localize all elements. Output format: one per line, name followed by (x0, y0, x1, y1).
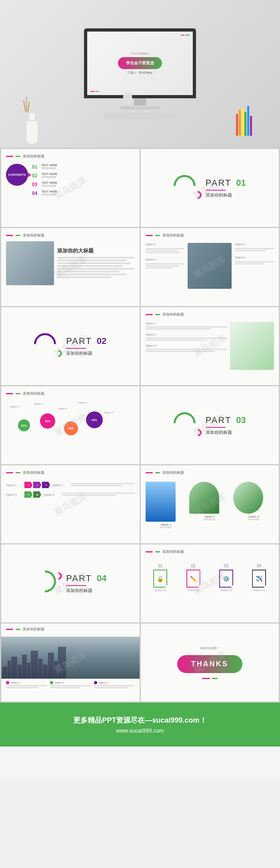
slide-thanks: 菜鸟图库 感谢您的观看！ THANKS (141, 624, 279, 701)
slide-part01: 菜鸟图库 PART 01 添加你的标题 (141, 149, 279, 227)
template-icon-3: ⚙️ (219, 570, 233, 588)
slide-steps: 菜鸟图库 添加你的标题 Option 1 ⚙ ✎ ⊕ (1, 465, 140, 543)
slide-templates: 菜鸟图库 添加你的标题 01 🔒 TEMPLATE 02 ✏️ TEMPLATE… (141, 544, 279, 622)
step-row-2: Option 3 ✉ ⏰ Option 4 (6, 491, 135, 498)
photo-1 (146, 482, 176, 522)
thanks-badge: THANKS (177, 655, 242, 673)
vase-body (26, 121, 38, 145)
photo-2 (189, 482, 219, 514)
text-block-1: 添加你的大标题 (57, 247, 135, 279)
part02-text: PART 02 添加你的标题 (66, 336, 106, 356)
pencil-4 (244, 112, 246, 136)
bubble-2: 02% (40, 413, 55, 429)
screen-university: XXXX大学校园XX (130, 52, 150, 56)
bubble-3: 03% (64, 421, 78, 435)
part03-circle (174, 412, 200, 438)
screen-content: XXXX大学校园XX 学生会干部竞选 汇报人：策头鸡tacy (87, 32, 193, 95)
footer-text-2: www.sucai999.com (116, 727, 164, 734)
template-icon-2: ✏️ (186, 570, 200, 588)
pencil-5 (247, 106, 249, 136)
city-bottom-options: Option 1 Option 2 Option 3 (1, 679, 140, 691)
slide-part02: 菜鸟图库 PART 02 添加你的标题 (1, 307, 140, 385)
photo-options-content: Option 1 添加你的标题 Option 2 添加你的标题 Option 3… (146, 482, 274, 528)
part02-circle (34, 333, 60, 359)
part04-circle (34, 570, 60, 596)
bar-green-1 (16, 156, 20, 157)
slide-4-header: 添加你的标题 (146, 233, 274, 238)
screen-title: 学生会干部竞选 (118, 57, 162, 69)
part04-text: PART 04 添加你的标题 (66, 573, 106, 594)
footer-text-1: 更多精品PPT资源尽在—sucai999.com！ (73, 715, 206, 725)
part03-text: PART 03 添加你的标题 (206, 415, 246, 435)
monitor: XXXX大学校园XX 学生会干部竞选 汇报人：策头鸡tacy (84, 28, 196, 120)
slide-1-header: 添加你的标题 (6, 154, 135, 159)
pencil-3 (242, 108, 244, 136)
thanks-content: 感谢您的观看！ THANKS (146, 628, 274, 697)
options-img-content: Option 1 Option 2 Option 1 Option 2 (146, 243, 274, 289)
pencil-6 (250, 116, 252, 136)
screen-subtitle: 汇报人：策头鸡tacy (128, 71, 152, 75)
template-items: 01 🔒 TEMPLATE 02 ✏️ TEMPLATE 03 ⚙️ TEMPL… (146, 564, 274, 592)
monitor-base (120, 106, 160, 109)
template-item-1: 01 🔒 TEMPLATE (146, 564, 175, 592)
bubble-1: 01% (18, 419, 30, 431)
slides-grid: 菜鸟图库 添加你的标题 CONTENTS 01 TEXT HERE 添加你的标题 (0, 148, 280, 703)
hero-section: 菜鸟图库 XXXX大学校园XX 学生会干部竞选 汇报人：策头鸡tacy (0, 0, 280, 148)
template-item-3: 03 ⚙️ TEMPLATE (211, 564, 241, 592)
content-item-4: 04 TEXT HERE 添加你的标题 (32, 190, 57, 197)
content-item-3: 03 TEXT HERE 添加你的标题 (32, 181, 57, 188)
bubble-chart: 01% 02% 03% 04% Option 1 Option 2 Option… (6, 399, 135, 455)
monitor-screen: XXXX大学校园XX 学生会干部竞选 汇报人：策头鸡tacy (84, 28, 196, 98)
template-icon-1: 🔒 (153, 570, 167, 588)
right-options: Option 1 Option 2 (235, 243, 274, 289)
slide-city: 菜鸟图库 添加你的标题 (1, 624, 140, 701)
content-item-1: 01 TEXT HERE 添加你的标题 (32, 164, 57, 170)
slide-part03: 菜鸟图库 PART 03 添加你的标题 (141, 386, 279, 464)
photo-card-2: Option 2 添加你的标题 (189, 482, 230, 528)
template-item-2: 02 ✏️ TEMPLATE (178, 564, 208, 592)
template-icon-4: ✈️ (252, 570, 266, 588)
slide-img-2 (188, 243, 232, 289)
pencils-decoration (236, 104, 256, 136)
part01-text: PART 01 添加你的标题 (206, 178, 246, 198)
slide-contents: 菜鸟图库 添加你的标题 CONTENTS 01 TEXT HERE 添加你的标题 (1, 149, 140, 227)
keyboard (104, 113, 176, 120)
contents-icon: CONTENTS (6, 164, 28, 186)
plant-left-opts: Option 1 Option 2 Option 3 (146, 322, 228, 370)
footer-banner: 更多精品PPT资源尽在—sucai999.com！ www.sucai999.c… (0, 703, 280, 747)
slide-img-1 (6, 241, 54, 285)
slide-6-header: 添加你的标题 (146, 312, 274, 317)
vase-decoration (24, 96, 40, 136)
mouse (123, 92, 132, 104)
slide-13-header: 添加你的标题 (1, 624, 140, 634)
bar-red-1 (6, 156, 13, 157)
contents-list: 01 TEXT HERE 添加你的标题 02 TEXT HERE 添加你的标题 … (32, 164, 57, 198)
photo-3 (233, 482, 263, 514)
slide-7-header: 添加你的标题 (6, 391, 135, 396)
photo-card-1: Option 1 添加你的标题 (146, 482, 186, 528)
city-skyline (1, 647, 140, 679)
pencil-1 (236, 114, 238, 136)
content-item-2: 02 TEXT HERE 添加你的标题 (32, 173, 57, 179)
photo-card-3: Option 3 添加你的标题 (233, 482, 274, 528)
big-title-content: 添加你的大标题 (6, 241, 135, 285)
slide-10-header: 添加你的标题 (146, 470, 274, 475)
slide-options-img: 菜鸟图库 添加你的标题 Option 1 Option 2 Option 1 O… (141, 228, 279, 306)
plant-options-content: Option 1 Option 2 Option 3 (146, 322, 274, 370)
plant-img (230, 322, 274, 370)
slide-photo-options: 菜鸟图库 添加你的标题 Option 1 添加你的标题 Option 2 添加你… (141, 465, 279, 543)
slide-12-header: 添加你的标题 (146, 549, 274, 554)
slide-bubble-chart: 菜鸟图库 添加你的标题 01% 02% 03% 04% Option 1 Opt… (1, 386, 140, 464)
part01-circle (174, 175, 200, 201)
city-image (1, 637, 140, 679)
monitor-neck (134, 98, 146, 105)
vase-neck (29, 113, 35, 121)
slide-big-title: 菜鸟图库 添加你的标题 添加你的大标题 (1, 228, 140, 306)
slide-3-header: 添加你的标题 (6, 233, 135, 238)
step-row-1: Option 1 ⚙ ✎ ⊕ Option 2 (6, 482, 135, 488)
slide-9-header: 添加你的标题 (6, 470, 135, 475)
left-options: Option 1 Option 2 (146, 243, 185, 289)
steps-content: Option 1 ⚙ ✎ ⊕ Option 2 Option 3 (6, 482, 135, 498)
template-item-4: 04 ✈️ TEMPLATE (244, 564, 274, 592)
slide-part04: 菜鸟图库 PART 04 添加你的标题 (1, 544, 140, 622)
